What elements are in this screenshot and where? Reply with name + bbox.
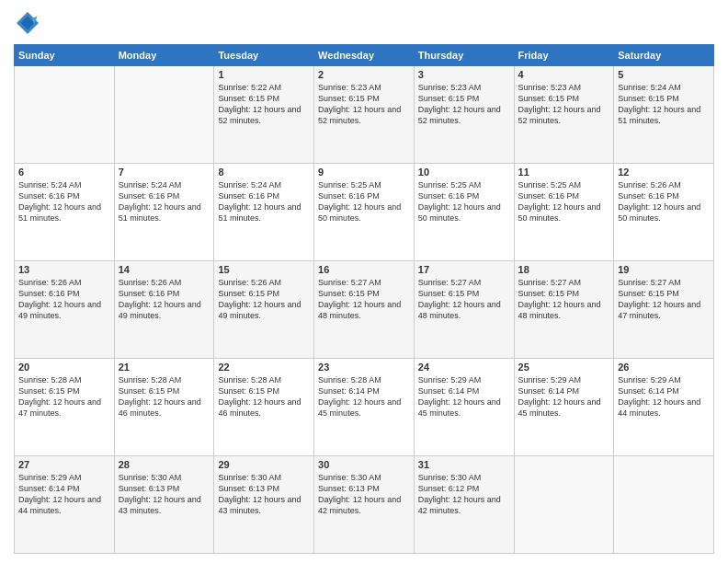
day-cell: 1Sunrise: 5:22 AM Sunset: 6:15 PM Daylig… (214, 66, 314, 164)
day-cell (514, 456, 614, 554)
day-number: 31 (418, 459, 510, 470)
day-cell: 15Sunrise: 5:26 AM Sunset: 6:15 PM Dayli… (214, 261, 314, 359)
day-number: 11 (518, 167, 610, 178)
day-info: Sunrise: 5:27 AM Sunset: 6:15 PM Dayligh… (518, 277, 610, 322)
day-number: 18 (518, 264, 610, 275)
day-number: 27 (18, 459, 110, 470)
day-cell: 20Sunrise: 5:28 AM Sunset: 6:15 PM Dayli… (15, 359, 115, 456)
day-number: 22 (218, 362, 310, 373)
day-number: 17 (418, 264, 510, 275)
day-cell: 7Sunrise: 5:24 AM Sunset: 6:16 PM Daylig… (114, 164, 214, 261)
day-number: 15 (218, 264, 310, 275)
day-cell: 28Sunrise: 5:30 AM Sunset: 6:13 PM Dayli… (114, 456, 214, 554)
day-info: Sunrise: 5:29 AM Sunset: 6:14 PM Dayligh… (18, 472, 110, 517)
weekday-header-thursday: Thursday (414, 45, 514, 66)
day-number: 26 (618, 362, 710, 373)
day-info: Sunrise: 5:30 AM Sunset: 6:12 PM Dayligh… (418, 472, 510, 517)
day-cell: 27Sunrise: 5:29 AM Sunset: 6:14 PM Dayli… (15, 456, 115, 554)
day-info: Sunrise: 5:26 AM Sunset: 6:15 PM Dayligh… (218, 277, 310, 322)
day-info: Sunrise: 5:26 AM Sunset: 6:16 PM Dayligh… (618, 179, 710, 224)
day-number: 7 (119, 167, 210, 178)
calendar: SundayMondayTuesdayWednesdayThursdayFrid… (14, 44, 714, 554)
day-cell: 26Sunrise: 5:29 AM Sunset: 6:14 PM Dayli… (614, 359, 714, 456)
day-cell: 2Sunrise: 5:23 AM Sunset: 6:15 PM Daylig… (314, 66, 415, 164)
day-number: 28 (119, 459, 210, 470)
day-number: 8 (218, 167, 310, 178)
week-row-2: 6Sunrise: 5:24 AM Sunset: 6:16 PM Daylig… (15, 164, 714, 261)
day-cell: 21Sunrise: 5:28 AM Sunset: 6:15 PM Dayli… (114, 359, 214, 456)
day-info: Sunrise: 5:28 AM Sunset: 6:15 PM Dayligh… (18, 374, 110, 419)
day-cell: 13Sunrise: 5:26 AM Sunset: 6:16 PM Dayli… (15, 261, 115, 359)
day-number: 16 (318, 264, 410, 275)
day-number: 6 (18, 167, 110, 178)
day-number: 23 (318, 362, 410, 373)
weekday-header-monday: Monday (114, 45, 214, 66)
day-info: Sunrise: 5:23 AM Sunset: 6:15 PM Dayligh… (518, 82, 610, 127)
week-row-4: 20Sunrise: 5:28 AM Sunset: 6:15 PM Dayli… (15, 359, 714, 456)
day-number: 2 (318, 69, 410, 80)
day-number: 13 (18, 264, 110, 275)
day-number: 20 (18, 362, 110, 373)
day-number: 12 (618, 167, 710, 178)
day-cell: 22Sunrise: 5:28 AM Sunset: 6:15 PM Dayli… (214, 359, 314, 456)
weekday-header-friday: Friday (514, 45, 614, 66)
day-cell: 18Sunrise: 5:27 AM Sunset: 6:15 PM Dayli… (514, 261, 614, 359)
weekday-header-tuesday: Tuesday (214, 45, 314, 66)
day-number: 21 (119, 362, 210, 373)
day-cell: 14Sunrise: 5:26 AM Sunset: 6:16 PM Dayli… (114, 261, 214, 359)
header (14, 9, 714, 37)
day-number: 10 (418, 167, 510, 178)
day-number: 1 (218, 69, 310, 80)
weekday-header-sunday: Sunday (15, 45, 115, 66)
weekday-header-row: SundayMondayTuesdayWednesdayThursdayFrid… (15, 45, 714, 66)
day-cell: 4Sunrise: 5:23 AM Sunset: 6:15 PM Daylig… (514, 66, 614, 164)
day-info: Sunrise: 5:23 AM Sunset: 6:15 PM Dayligh… (418, 82, 510, 127)
day-info: Sunrise: 5:22 AM Sunset: 6:15 PM Dayligh… (218, 82, 310, 127)
day-info: Sunrise: 5:29 AM Sunset: 6:14 PM Dayligh… (518, 374, 610, 419)
day-number: 24 (418, 362, 510, 373)
day-cell: 10Sunrise: 5:25 AM Sunset: 6:16 PM Dayli… (414, 164, 514, 261)
day-cell: 23Sunrise: 5:28 AM Sunset: 6:14 PM Dayli… (314, 359, 415, 456)
day-info: Sunrise: 5:26 AM Sunset: 6:16 PM Dayligh… (119, 277, 210, 322)
day-info: Sunrise: 5:27 AM Sunset: 6:15 PM Dayligh… (618, 277, 710, 322)
day-info: Sunrise: 5:29 AM Sunset: 6:14 PM Dayligh… (618, 374, 710, 419)
weekday-header-saturday: Saturday (614, 45, 714, 66)
day-number: 29 (218, 459, 310, 470)
day-number: 25 (518, 362, 610, 373)
logo (14, 9, 45, 37)
day-info: Sunrise: 5:27 AM Sunset: 6:15 PM Dayligh… (418, 277, 510, 322)
day-info: Sunrise: 5:24 AM Sunset: 6:15 PM Dayligh… (618, 82, 710, 127)
day-info: Sunrise: 5:26 AM Sunset: 6:16 PM Dayligh… (18, 277, 110, 322)
day-cell: 3Sunrise: 5:23 AM Sunset: 6:15 PM Daylig… (414, 66, 514, 164)
day-info: Sunrise: 5:25 AM Sunset: 6:16 PM Dayligh… (518, 179, 610, 224)
day-cell: 25Sunrise: 5:29 AM Sunset: 6:14 PM Dayli… (514, 359, 614, 456)
day-number: 19 (618, 264, 710, 275)
day-cell (114, 66, 214, 164)
logo-icon (14, 9, 41, 37)
day-cell: 30Sunrise: 5:30 AM Sunset: 6:13 PM Dayli… (314, 456, 415, 554)
week-row-3: 13Sunrise: 5:26 AM Sunset: 6:16 PM Dayli… (15, 261, 714, 359)
day-cell: 29Sunrise: 5:30 AM Sunset: 6:13 PM Dayli… (214, 456, 314, 554)
day-number: 30 (318, 459, 410, 470)
day-cell: 31Sunrise: 5:30 AM Sunset: 6:12 PM Dayli… (414, 456, 514, 554)
day-info: Sunrise: 5:30 AM Sunset: 6:13 PM Dayligh… (318, 472, 410, 517)
day-info: Sunrise: 5:29 AM Sunset: 6:14 PM Dayligh… (418, 374, 510, 419)
day-info: Sunrise: 5:30 AM Sunset: 6:13 PM Dayligh… (119, 472, 210, 517)
day-cell: 16Sunrise: 5:27 AM Sunset: 6:15 PM Dayli… (314, 261, 415, 359)
day-cell (614, 456, 714, 554)
day-info: Sunrise: 5:28 AM Sunset: 6:15 PM Dayligh… (119, 374, 210, 419)
week-row-5: 27Sunrise: 5:29 AM Sunset: 6:14 PM Dayli… (15, 456, 714, 554)
day-info: Sunrise: 5:30 AM Sunset: 6:13 PM Dayligh… (218, 472, 310, 517)
day-cell: 11Sunrise: 5:25 AM Sunset: 6:16 PM Dayli… (514, 164, 614, 261)
day-info: Sunrise: 5:23 AM Sunset: 6:15 PM Dayligh… (318, 82, 410, 127)
week-row-1: 1Sunrise: 5:22 AM Sunset: 6:15 PM Daylig… (15, 66, 714, 164)
day-cell: 8Sunrise: 5:24 AM Sunset: 6:16 PM Daylig… (214, 164, 314, 261)
day-info: Sunrise: 5:25 AM Sunset: 6:16 PM Dayligh… (418, 179, 510, 224)
page: SundayMondayTuesdayWednesdayThursdayFrid… (0, 0, 728, 563)
day-number: 4 (518, 69, 610, 80)
day-cell: 9Sunrise: 5:25 AM Sunset: 6:16 PM Daylig… (314, 164, 415, 261)
day-info: Sunrise: 5:27 AM Sunset: 6:15 PM Dayligh… (318, 277, 410, 322)
day-info: Sunrise: 5:24 AM Sunset: 6:16 PM Dayligh… (119, 179, 210, 224)
day-number: 14 (119, 264, 210, 275)
day-number: 3 (418, 69, 510, 80)
